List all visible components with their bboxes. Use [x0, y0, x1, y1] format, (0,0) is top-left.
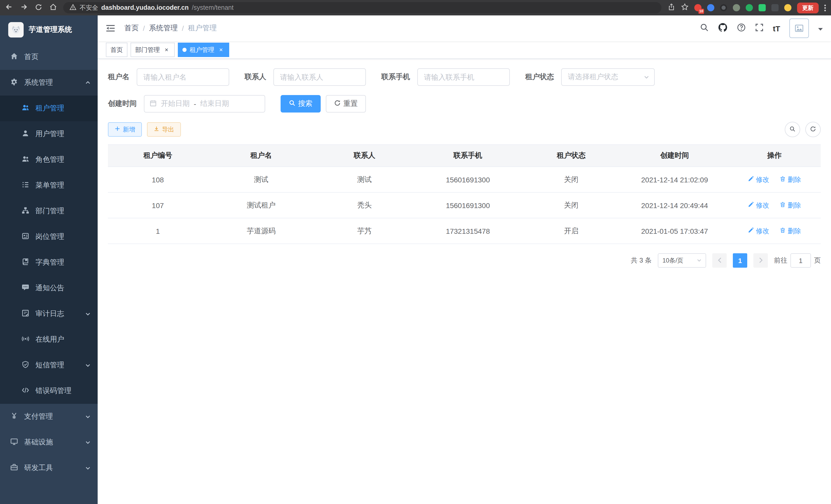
breadcrumb-separator: /	[143, 24, 145, 32]
sidebar-item-sms[interactable]: 短信管理	[0, 352, 98, 378]
goto-page-input[interactable]	[791, 253, 811, 268]
sidebar-item-system[interactable]: 系统管理	[0, 70, 98, 95]
sidebar-item-online-user[interactable]: 在线用户	[0, 327, 98, 352]
sidebar-item-role[interactable]: 角色管理	[0, 147, 98, 173]
org-tree-icon	[22, 207, 29, 216]
column-header[interactable]: 联系人	[315, 145, 414, 167]
table-row[interactable]: 108 测试 测试 15601691300 关闭 2021-12-14 21:0…	[108, 167, 821, 192]
breadcrumb-system[interactable]: 系统管理	[149, 24, 178, 33]
edit-link[interactable]: 修改	[748, 226, 769, 236]
share-icon[interactable]	[667, 3, 675, 12]
browser-update-button[interactable]: 更新	[797, 2, 819, 13]
sidebar-item-label: 短信管理	[35, 361, 64, 370]
contact-input[interactable]	[274, 68, 366, 86]
tag-tenant-active[interactable]: 租户管理 ×	[178, 42, 229, 57]
close-icon[interactable]: ×	[218, 46, 225, 53]
hamburger-icon[interactable]	[106, 24, 115, 32]
sidebar-item-audit-log[interactable]: 审计日志	[0, 301, 98, 327]
tag-home[interactable]: 首页	[106, 42, 127, 57]
sidebar-item-post[interactable]: 岗位管理	[0, 224, 98, 250]
back-icon[interactable]	[5, 3, 13, 12]
calendar-icon	[149, 99, 157, 108]
delete-link[interactable]: 删除	[780, 175, 801, 184]
breadcrumb-home[interactable]: 首页	[124, 24, 139, 33]
sidebar-item-infra[interactable]: 基础设施	[0, 429, 98, 455]
sidebar-item-dept[interactable]: 部门管理	[0, 198, 98, 224]
url-host[interactable]: dashboard.yudao.iocoder.cn	[101, 4, 189, 11]
fullscreen-icon[interactable]	[755, 23, 764, 33]
table-row[interactable]: 1 芋道源码 芋艿 17321315478 开启 2021-01-05 17:0…	[108, 218, 821, 244]
kebab-menu-icon[interactable]	[824, 4, 826, 11]
extension-icon-1[interactable]: 10	[694, 4, 701, 11]
column-header[interactable]: 租户名	[208, 145, 315, 167]
delete-link[interactable]: 删除	[780, 226, 801, 236]
url-path[interactable]: /system/tenant	[192, 4, 234, 11]
tenant-name-label: 租户名	[108, 72, 130, 82]
close-icon[interactable]: ×	[163, 46, 170, 53]
sidebar-item-home[interactable]: 首页	[0, 44, 98, 70]
notice-icon	[22, 284, 29, 293]
chevron-left-icon	[717, 257, 722, 264]
sidebar-item-error-code[interactable]: 错误码管理	[0, 378, 98, 404]
extension-icon-6[interactable]	[758, 4, 766, 11]
add-button[interactable]: 新增	[108, 122, 142, 137]
extension-icon-5[interactable]	[746, 4, 753, 11]
export-button[interactable]: 导出	[147, 122, 181, 137]
page-number-button[interactable]: 1	[733, 253, 747, 268]
security-label[interactable]: 不安全	[80, 3, 98, 12]
date-range-picker[interactable]: 开始日期 - 结束日期	[144, 95, 265, 113]
extension-icon-3[interactable]	[720, 4, 727, 11]
sidebar-item-dict[interactable]: 字典管理	[0, 250, 98, 275]
sidebar-item-devtool[interactable]: 研发工具	[0, 455, 98, 481]
help-icon[interactable]	[737, 23, 746, 33]
breadcrumb-current: 租户管理	[188, 24, 217, 33]
table-row[interactable]: 107 测试租户 秃头 15601691300 关闭 2021-12-14 20…	[108, 192, 821, 218]
prev-page-button[interactable]	[712, 253, 727, 268]
tag-dept[interactable]: 部门管理 ×	[131, 42, 175, 57]
extension-icon-4[interactable]	[733, 4, 740, 11]
delete-link[interactable]: 删除	[780, 201, 801, 210]
sidebar-item-pay[interactable]: 支付管理	[0, 404, 98, 429]
error-code-icon	[22, 386, 29, 395]
toggle-search-button[interactable]	[785, 122, 800, 137]
sidebar-item-tenant[interactable]: 租户管理	[0, 95, 98, 121]
home-icon[interactable]	[49, 3, 57, 12]
table-header-row: 租户编号 租户名 联系人 联系手机 租户状态 创建时间 操作	[108, 145, 821, 167]
page-size-select[interactable]: 10条/页	[658, 253, 706, 268]
refresh-button[interactable]	[805, 122, 821, 137]
mobile-input[interactable]	[417, 68, 510, 86]
sms-icon	[22, 361, 29, 370]
avatar[interactable]	[790, 19, 809, 38]
caret-down-icon[interactable]	[818, 24, 823, 32]
search-icon[interactable]	[700, 23, 709, 33]
reload-icon[interactable]	[35, 3, 42, 12]
sidebar-item-notice[interactable]: 通知公告	[0, 275, 98, 301]
font-size-icon[interactable]: tT	[773, 24, 780, 33]
column-header[interactable]: 联系手机	[414, 145, 521, 167]
cell-created: 2021-12-14 20:49:44	[621, 192, 728, 218]
puzzle-extension-icon[interactable]	[771, 4, 779, 11]
column-header[interactable]: 租户编号	[108, 145, 208, 167]
emoji-extension-icon[interactable]	[784, 4, 792, 11]
extension-icon-2[interactable]	[707, 4, 714, 11]
sidebar-item-user[interactable]: 用户管理	[0, 121, 98, 147]
column-header[interactable]: 创建时间	[621, 145, 728, 167]
edit-link[interactable]: 修改	[748, 201, 769, 210]
gear-icon	[10, 78, 18, 87]
edit-link[interactable]: 修改	[748, 175, 769, 184]
table-toolbar: 新增 导出	[108, 122, 821, 137]
github-icon[interactable]	[718, 23, 728, 34]
status-select[interactable]: 请选择租户状态	[561, 68, 655, 86]
chevron-down-icon	[85, 464, 90, 472]
search-button[interactable]: 搜索	[281, 95, 321, 113]
tenant-name-input[interactable]	[137, 68, 229, 86]
reset-button[interactable]: 重置	[326, 95, 366, 113]
cell-tenant-name: 芋道源码	[208, 218, 315, 244]
sidebar-item-menu[interactable]: 菜单管理	[0, 173, 98, 198]
forward-icon[interactable]	[20, 3, 28, 12]
address-bar[interactable]: 不安全 dashboard.yudao.iocoder.cn /system/t…	[63, 2, 661, 13]
column-header[interactable]: 租户状态	[521, 145, 621, 167]
star-icon[interactable]	[681, 3, 689, 12]
app-logo[interactable]: 芋道管理系统	[0, 16, 98, 44]
next-page-button[interactable]	[753, 253, 768, 268]
